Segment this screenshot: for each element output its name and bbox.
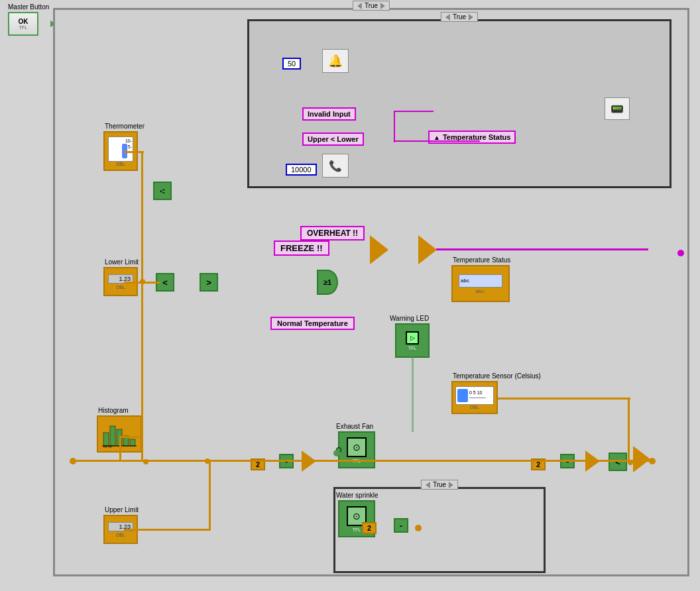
outer-case-right-arrow bbox=[380, 3, 385, 9]
exhaust-fan-label: Exhaust Fan bbox=[336, 423, 373, 430]
abc-display: abc bbox=[459, 274, 502, 288]
wire-upper-h bbox=[124, 529, 210, 531]
svg-rect-1 bbox=[110, 426, 115, 446]
fifty-box: 50 bbox=[282, 58, 301, 70]
outer-case-left-arrow bbox=[357, 3, 362, 9]
water-case-value: True bbox=[433, 481, 446, 488]
beep-icon-block: 📞 bbox=[322, 154, 349, 178]
tfl-label: TFL bbox=[19, 25, 27, 30]
dot-right-main bbox=[649, 458, 656, 464]
sound-icon-block: 🔔 bbox=[322, 49, 349, 73]
svg-rect-0 bbox=[103, 433, 109, 446]
magenta-dot-right bbox=[677, 250, 684, 256]
temp-sensor-label: Temperature Sensor (Celsius) bbox=[453, 372, 541, 380]
warning-led-block: Warning LED ▷ TFL bbox=[395, 323, 430, 358]
wire-histogram-v bbox=[119, 436, 121, 461]
temp-sensor-block: Temperature Sensor (Celsius) 0 5 10 ────… bbox=[451, 381, 498, 414]
master-button[interactable]: OK TFL bbox=[8, 12, 38, 36]
master-button-label: Master Button bbox=[8, 3, 49, 11]
warning-led-indicator: ▷ bbox=[406, 331, 419, 345]
upper-limit-label: Upper Limit bbox=[105, 506, 139, 513]
main-wire-horizontal bbox=[73, 460, 650, 462]
normal-temp-label: Normal Temperature bbox=[270, 317, 355, 330]
warning-led-label: Warning LED bbox=[390, 315, 429, 322]
wire-temp-sensor-v bbox=[628, 398, 630, 460]
temp-sensor-display: 0 5 10 ───── bbox=[455, 386, 494, 405]
lower-limit-label: Lower Limit bbox=[105, 258, 139, 266]
water-case-border: True 2 - bbox=[333, 487, 546, 573]
overheat-label: OVERHEAT !! bbox=[300, 226, 365, 241]
green-dot-fan bbox=[333, 450, 340, 457]
dot-temp-sensor bbox=[628, 460, 633, 465]
select-op2 bbox=[418, 235, 437, 264]
wire-temp-sensor-h bbox=[498, 398, 630, 400]
inner-case-selector[interactable]: True bbox=[441, 12, 478, 22]
outer-case-value: True bbox=[365, 2, 378, 9]
magenta-wire-main bbox=[436, 248, 648, 250]
water-subtract: - bbox=[394, 518, 408, 533]
ten-thousand-box: 10000 bbox=[286, 164, 317, 176]
invalid-input-label: Invalid Input bbox=[302, 107, 356, 121]
water-num-2: 2 bbox=[362, 522, 377, 534]
lower-limit-dbl: DBL bbox=[116, 285, 125, 290]
wire-upper-v bbox=[209, 460, 211, 531]
water-case-selector[interactable]: True bbox=[421, 480, 458, 490]
less-op-right: < bbox=[609, 453, 627, 471]
temp-status-arrow-icon: ▲ bbox=[434, 134, 440, 141]
outer-case-selector[interactable]: True bbox=[353, 1, 390, 11]
upper-lower-label: Upper < Lower bbox=[302, 133, 364, 146]
ok-label: OK bbox=[19, 18, 29, 25]
temp-status-arrow-label: ▲ Temperature Status bbox=[428, 131, 516, 144]
magenta-wire-inner-v bbox=[394, 111, 395, 142]
inner-case-box: True 50 🔔 Invalid Input 📟 Upper < Lower … bbox=[247, 19, 671, 188]
wire-to-lower bbox=[141, 280, 143, 460]
warning-led-tfl: TFL bbox=[408, 346, 416, 350]
upper-limit-dbl: DBL bbox=[116, 533, 125, 537]
temp-sensor-dbl: DBL bbox=[470, 405, 479, 409]
exhaust-fan-block: Exhaust Fan ⊙ TFL bbox=[338, 431, 375, 468]
wire-comp-inner bbox=[161, 189, 163, 199]
or-block: ≥1 bbox=[317, 270, 338, 295]
inner-case-right-arrow bbox=[469, 14, 473, 21]
wire-to-thermo bbox=[141, 151, 143, 280]
thermometer-display: 10- 5- bbox=[108, 136, 133, 162]
final-merge bbox=[633, 446, 650, 472]
svg-text:64 40: 64 40 bbox=[103, 445, 112, 449]
histogram-label: Histogram bbox=[98, 407, 129, 414]
freeze-label: FREEZE !! bbox=[274, 241, 329, 256]
inner-case-left-arrow bbox=[445, 14, 450, 21]
wire-thermo-h bbox=[124, 151, 144, 153]
thermometer-label: Thermometer bbox=[105, 123, 145, 130]
svg-rect-4 bbox=[130, 439, 135, 446]
greater-op-upper: > bbox=[200, 273, 218, 292]
wire-warning-led-v bbox=[412, 356, 414, 432]
select-op bbox=[370, 235, 388, 264]
wire-histogram-h bbox=[119, 436, 143, 438]
magenta-wire-inner-h2 bbox=[394, 111, 434, 112]
magenta-wire-inner bbox=[394, 140, 480, 142]
temp-status-display: Temperature Status abc abc↓ bbox=[451, 265, 510, 302]
water-dot-orange bbox=[415, 525, 422, 531]
thermometer-dbl: DBL bbox=[116, 162, 125, 166]
abc-label-row: abc↓ bbox=[459, 289, 502, 294]
wire-lower-h bbox=[124, 282, 160, 284]
inner-case-value: True bbox=[453, 13, 466, 21]
speaker-icon-block: 📟 bbox=[605, 97, 630, 120]
temp-status-label: Temperature Status bbox=[453, 256, 510, 264]
